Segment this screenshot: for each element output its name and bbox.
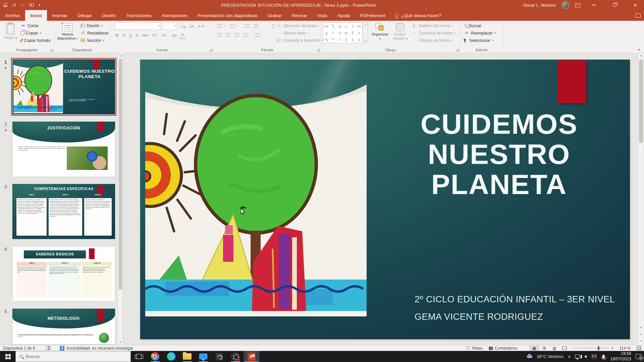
speaker-icon[interactable] bbox=[584, 355, 587, 358]
previous-slide-icon[interactable]: ⏶ bbox=[638, 332, 644, 337]
columns-button[interactable]: ▾ bbox=[255, 32, 263, 39]
change-case-button[interactable]: Aa bbox=[160, 32, 168, 39]
taskbar-file-explorer[interactable] bbox=[179, 351, 195, 362]
align-text-button[interactable]: ↕Alinear texto ▾ bbox=[277, 29, 309, 37]
reading-view-button[interactable]: ▥ bbox=[549, 345, 559, 351]
slide-4-thumbnail[interactable]: SABERES BÁSICOS ÁREA I -Autonomía en la … bbox=[12, 246, 115, 302]
thumbnail-scroll-down-icon[interactable]: ▼ bbox=[118, 340, 123, 345]
clock[interactable]: 19:56 18/07/2023 bbox=[610, 351, 631, 362]
zoom-in-button[interactable]: + bbox=[611, 346, 616, 351]
slide-3-thumbnail[interactable]: COMPETENCIAS ESPECÍFICAS ÁREA I -Progres… bbox=[12, 184, 115, 239]
taskbar-powerpoint[interactable]: P bbox=[244, 351, 260, 362]
shapes-gallery[interactable]: ▭╲↘□○▭ △⌐¬⇨⇩⌂ ∿◠∩{}☆ bbox=[323, 22, 363, 43]
slide-title[interactable]: CUIDEMOS NUESTRO PLANETA bbox=[375, 109, 623, 200]
tab-inicio[interactable]: Inicio bbox=[25, 10, 47, 21]
arrange-button[interactable]: Organizar▾ bbox=[370, 22, 390, 46]
numbering-button[interactable]: ▾ bbox=[230, 22, 238, 29]
shape-fill-button[interactable]: ◧Relleno de forma ▾ bbox=[412, 22, 452, 29]
align-center-button[interactable] bbox=[226, 32, 231, 39]
slide-2-thumbnail[interactable]: JUSTIFICACIÓN Nuestros alumnos deben tom… bbox=[12, 121, 115, 177]
tab-animaciones[interactable]: Animaciones bbox=[157, 10, 193, 21]
font-size-combo[interactable] bbox=[162, 22, 177, 30]
weather-text[interactable]: 38°C Ventoso bbox=[537, 354, 564, 359]
network-icon[interactable] bbox=[575, 355, 580, 358]
tell-me-search[interactable]: ¿Qué desea hacer? bbox=[390, 10, 446, 21]
comments-button[interactable]: Comentarios bbox=[486, 346, 521, 351]
slide-1-thumbnail[interactable]: CUIDEMOS NUESTRO PLANETA 2º CICLO EDUCAC… bbox=[12, 59, 115, 115]
shape-effects-button[interactable]: ◇Efectos de forma ▾ bbox=[412, 37, 452, 44]
scroll-down-icon[interactable]: ▼ bbox=[638, 325, 644, 330]
format-painter-button[interactable]: Copiar formato bbox=[21, 37, 50, 44]
grow-font-button[interactable]: A▴ bbox=[180, 22, 187, 30]
shapes-gallery-scroll[interactable]: ▲▪▼ bbox=[363, 22, 368, 43]
user-name[interactable]: Oscar L. Moreno bbox=[523, 3, 556, 8]
slide-5-thumbnail[interactable]: METODOLOGÍA La educación ambiental se tr… bbox=[12, 308, 115, 345]
zoom-level[interactable]: 114 % bbox=[616, 346, 634, 351]
start-slideshow-icon[interactable] bbox=[29, 3, 34, 7]
replace-button[interactable]: abReemplazar ▾ bbox=[464, 29, 496, 37]
accessibility-status[interactable]: ♿ Accesibilidad: es necesario investigar bbox=[56, 346, 136, 351]
thumbnail-scrollbar[interactable]: ▲ ▼ bbox=[118, 53, 122, 345]
bold-button[interactable]: N bbox=[114, 32, 120, 39]
shape-outline-button[interactable]: ✎Contorno de forma ▾ bbox=[412, 29, 455, 37]
save-icon[interactable] bbox=[3, 3, 7, 7]
next-slide-icon[interactable]: ⏷ bbox=[638, 339, 644, 344]
tab-pdfelement[interactable]: PDFelement bbox=[355, 10, 390, 21]
font-dialog-launcher[interactable] bbox=[209, 49, 212, 52]
panel-divider[interactable] bbox=[123, 53, 123, 345]
tab-revisar[interactable]: Revisar bbox=[287, 10, 312, 21]
customize-qat-icon[interactable]: ▾ bbox=[39, 3, 40, 7]
zoom-out-button[interactable]: − bbox=[570, 346, 575, 351]
font-name-combo[interactable] bbox=[115, 22, 161, 30]
microphone-icon[interactable] bbox=[602, 355, 605, 359]
italic-button[interactable]: K bbox=[121, 32, 127, 39]
normal-view-button[interactable]: ▣ bbox=[529, 345, 539, 351]
smartart-button[interactable]: Convertir a SmartArt ▾ bbox=[277, 37, 323, 44]
tray-expand-icon[interactable]: ∧ bbox=[568, 354, 571, 359]
notes-button[interactable]: Notas bbox=[463, 346, 485, 351]
minimize-button[interactable] bbox=[586, 0, 601, 10]
strikethrough-button[interactable]: S bbox=[134, 32, 140, 39]
undo-icon[interactable]: ↺ bbox=[12, 3, 16, 7]
underline-button[interactable]: S bbox=[127, 32, 133, 39]
clear-formatting-button[interactable]: A⌫ bbox=[197, 22, 205, 30]
reset-button[interactable]: ↺Restablecer bbox=[80, 29, 109, 37]
search-input[interactable] bbox=[26, 354, 113, 359]
slide-canvas[interactable]: CUIDEMOS NUESTRO PLANETA 2º CICLO EDUCAC… bbox=[140, 60, 630, 339]
avatar[interactable] bbox=[562, 1, 569, 9]
taskbar-obs[interactable] bbox=[227, 351, 244, 362]
taskbar-chrome[interactable] bbox=[147, 351, 163, 362]
align-right-button[interactable] bbox=[234, 32, 239, 39]
slide-subtitle-line1[interactable]: 2º CICLO EDUCACIÓN INFANTIL – 3ER NIVEL bbox=[415, 294, 623, 305]
cut-button[interactable]: ✂Cortar bbox=[21, 22, 39, 29]
start-button[interactable] bbox=[0, 351, 15, 362]
tab-presentacion[interactable]: Presentación con diapositivas bbox=[193, 10, 263, 21]
tab-ayuda[interactable]: Ayuda bbox=[332, 10, 355, 21]
section-button[interactable]: Sección ▾ bbox=[80, 37, 104, 44]
close-button[interactable]: ✕ bbox=[628, 0, 643, 10]
bullets-button[interactable]: ▾ bbox=[217, 22, 225, 29]
justify-button[interactable] bbox=[243, 32, 248, 39]
quick-styles-button[interactable]: Estilos rápidos ▾ bbox=[391, 22, 410, 46]
align-left-button[interactable] bbox=[217, 32, 222, 39]
zoom-slider[interactable] bbox=[577, 348, 609, 349]
thumbnail-scroll-up-icon[interactable]: ▲ bbox=[118, 53, 123, 58]
paragraph-dialog-launcher[interactable] bbox=[317, 49, 320, 52]
copy-button[interactable]: Copiar ▾ bbox=[21, 29, 41, 37]
increase-indent-button[interactable] bbox=[253, 22, 258, 29]
tab-transiciones[interactable]: Transiciones bbox=[121, 10, 157, 21]
taskbar-monitor-app[interactable] bbox=[195, 351, 211, 362]
shrink-font-button[interactable]: A▾ bbox=[188, 22, 195, 30]
slide-counter[interactable]: Diapositiva 1 de 6 bbox=[0, 346, 38, 351]
slide-scrollbar[interactable]: ▲ ▼ ⏶ ⏷ bbox=[638, 53, 643, 345]
tab-vista[interactable]: Vista bbox=[312, 10, 332, 21]
scroll-up-icon[interactable]: ▲ bbox=[638, 53, 644, 58]
share-icon[interactable] bbox=[635, 13, 641, 18]
taskbar-edge[interactable] bbox=[163, 351, 179, 362]
slideshow-view-button[interactable] bbox=[559, 345, 570, 351]
redo-icon[interactable]: ↻ bbox=[21, 3, 25, 7]
slide-sorter-view-button[interactable]: ⊞ bbox=[539, 345, 549, 351]
tab-grabar[interactable]: Grabar bbox=[263, 10, 287, 21]
spell-check-icon[interactable] bbox=[43, 346, 54, 350]
character-spacing-button[interactable]: AV bbox=[150, 32, 159, 39]
